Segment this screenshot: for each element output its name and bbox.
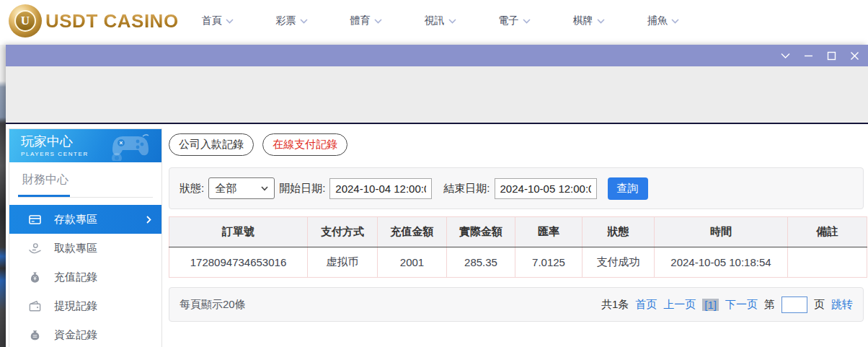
chevron-down-icon (523, 19, 531, 24)
search-button[interactable]: 查詢 (608, 177, 648, 200)
nav-item-label: 電子 (499, 14, 519, 27)
sidebar-item-label: 資金記錄 (54, 328, 97, 342)
nav-item-fishing[interactable]: 捕魚 (626, 14, 700, 27)
prev-page-link[interactable]: 上一页 (663, 298, 696, 312)
tab-online-payment-records[interactable]: 在線支付記錄 (262, 133, 347, 156)
nav-item-label: 首頁 (202, 14, 222, 27)
first-page-link[interactable]: 首页 (635, 298, 657, 312)
total-count-text: 共1条 (601, 298, 629, 312)
chevron-down-icon (597, 19, 605, 24)
sidebar-item-withdrawal-records[interactable]: 提現記錄 (9, 291, 161, 320)
col-actual-amount: 實際金額 (447, 217, 515, 247)
next-page-link[interactable]: 下一页 (725, 298, 758, 312)
sidebar-header: 玩家中心 PLAYERS CENTER (9, 129, 161, 162)
status-label: 狀態: (180, 182, 204, 196)
sidebar-item-recharge-records[interactable]: 充值記錄 (9, 263, 161, 291)
cell-remark (788, 247, 867, 278)
pagination-bar: 每頁顯示20條 共1条 首页 上一页 [1] 下一页 第 页 跳转 (169, 287, 864, 322)
logo-text: USDT CASINO (45, 10, 179, 32)
cell-order-no: 1728094734653016 (169, 247, 308, 278)
chevron-right-icon (146, 216, 151, 224)
jump-suffix-label: 页 (814, 298, 825, 312)
main-menu: 首頁 彩票 體育 視訊 電子 棋牌 捕魚 (180, 0, 700, 42)
sidebar-item-withdraw[interactable]: 取款專區 (9, 234, 161, 263)
sidebar-section-underline (18, 195, 153, 198)
sidebar-section-title: 財務中心 (9, 162, 161, 188)
status-select[interactable]: 全部 (208, 177, 275, 199)
nav-item-label: 彩票 (276, 14, 296, 27)
nav-item-label: 視訊 (425, 14, 445, 27)
record-tabs: 公司入款記錄 在線支付記錄 (169, 133, 347, 156)
col-time: 時間 (655, 217, 788, 247)
chevron-down-icon (300, 19, 308, 24)
site-top-nav: U USDT CASINO 首頁 彩票 體育 視訊 電子 棋牌 捕魚 (0, 0, 868, 42)
filter-panel: 狀態: 全部 開始日期: 結束日期: 查詢 (169, 167, 864, 209)
cell-pay-method: 虚拟币 (308, 247, 378, 278)
site-logo[interactable]: U USDT CASINO (9, 4, 179, 38)
end-date-input[interactable] (495, 178, 597, 199)
window-titlebar[interactable] (6, 45, 868, 66)
sidebar-item-label: 存款專區 (54, 213, 97, 227)
nav-item-lottery[interactable]: 彩票 (254, 14, 329, 27)
chevron-down-icon (261, 186, 268, 191)
cell-time: 2024-10-05 10:18:54 (655, 247, 788, 278)
chevron-down-icon (671, 19, 679, 24)
nav-item-label: 棋牌 (573, 14, 593, 27)
chevron-down-icon (226, 19, 234, 24)
end-date-label: 結束日期: (443, 182, 490, 196)
withdrawal-wallet-icon (28, 299, 42, 313)
page-size-text: 每頁顯示20條 (180, 298, 246, 312)
cell-exchange-rate: 7.0125 (515, 247, 583, 278)
logo-coin-icon: U (9, 4, 42, 38)
window-collapse-icon[interactable] (780, 50, 790, 61)
content-frame: 玩家中心 PLAYERS CENTER 財務中心 (6, 123, 868, 347)
sidebar-item-label: 提現記錄 (54, 299, 97, 313)
sidebar-item-deposit[interactable]: 存款專區 (9, 205, 161, 234)
cell-actual-amount: 285.35 (447, 247, 515, 278)
col-remark: 備註 (788, 217, 867, 247)
nav-item-home[interactable]: 首頁 (180, 14, 254, 27)
jump-page-input[interactable] (781, 297, 807, 313)
funds-record-icon (28, 328, 42, 342)
nav-item-sports[interactable]: 體育 (329, 14, 403, 27)
col-status: 狀態 (583, 217, 655, 247)
withdraw-hand-icon (28, 242, 42, 255)
chevron-down-icon (448, 19, 456, 24)
logo-letter: U (14, 10, 36, 32)
nav-item-cards[interactable]: 棋牌 (552, 14, 626, 27)
cell-status: 支付成功 (583, 247, 655, 278)
col-recharge-amount: 充值金額 (378, 217, 447, 247)
chevron-down-icon (374, 19, 382, 24)
status-select-value: 全部 (215, 182, 236, 196)
sidebar-item-label: 充值記錄 (54, 271, 97, 284)
sidebar-menu: 存款專區 取款專區 充值記錄 (9, 205, 161, 347)
start-date-input[interactable] (329, 178, 432, 199)
pagination-controls: 共1条 首页 上一页 [1] 下一页 第 页 跳转 (601, 297, 853, 313)
nav-item-slots[interactable]: 電子 (477, 14, 552, 27)
table-header-row: 訂單號 支付方式 充值金額 實際金額 匯率 狀態 時間 備註 (169, 217, 867, 247)
start-date-label: 開始日期: (279, 182, 325, 196)
records-table-wrap: 訂單號 支付方式 充值金額 實際金額 匯率 狀態 時間 備註 172809473… (169, 216, 867, 278)
records-table: 訂單號 支付方式 充值金額 實際金額 匯率 狀態 時間 備註 172809473… (169, 216, 867, 278)
sidebar-item-label: 取款專區 (54, 242, 97, 255)
col-exchange-rate: 匯率 (515, 217, 583, 247)
window-maximize-icon[interactable] (826, 50, 836, 61)
cell-recharge-amount: 2001 (378, 247, 447, 278)
page-backdrop-strip (0, 45, 6, 347)
window-minimize-icon[interactable] (803, 50, 813, 61)
nav-item-label: 捕魚 (647, 14, 668, 27)
jump-button[interactable]: 跳转 (831, 298, 853, 312)
sidebar-item-funds-records[interactable]: 資金記錄 (9, 320, 161, 347)
tab-company-deposit-records[interactable]: 公司入款記錄 (169, 133, 254, 156)
col-pay-method: 支付方式 (308, 217, 378, 247)
window-close-icon[interactable] (849, 50, 859, 61)
current-page-indicator: [1] (702, 299, 719, 311)
jump-prefix-label: 第 (764, 298, 775, 312)
deposit-card-icon (28, 213, 42, 227)
player-center-sidebar: 玩家中心 PLAYERS CENTER 財務中心 (9, 128, 162, 347)
recharge-moneybag-icon (28, 271, 42, 284)
nav-item-live[interactable]: 視訊 (403, 14, 477, 27)
table-row: 1728094734653016 虚拟币 2001 285.35 7.0125 … (169, 247, 867, 278)
player-center-window: 玩家中心 PLAYERS CENTER 財務中心 (6, 45, 868, 347)
col-order-no: 訂單號 (169, 217, 308, 247)
